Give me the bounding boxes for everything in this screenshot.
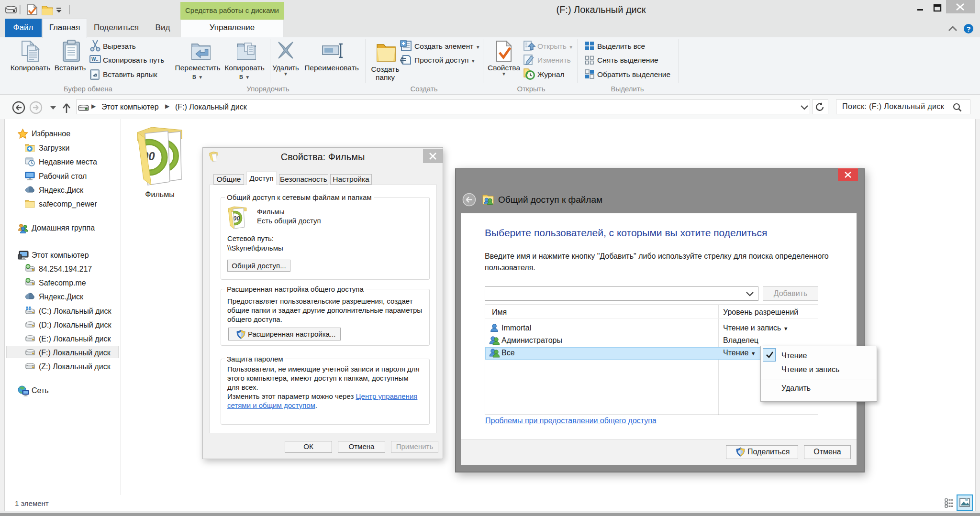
svg-text:00: 00 bbox=[233, 215, 240, 222]
svg-text:?: ? bbox=[966, 25, 970, 33]
svg-text:W..: W.. bbox=[91, 56, 99, 62]
